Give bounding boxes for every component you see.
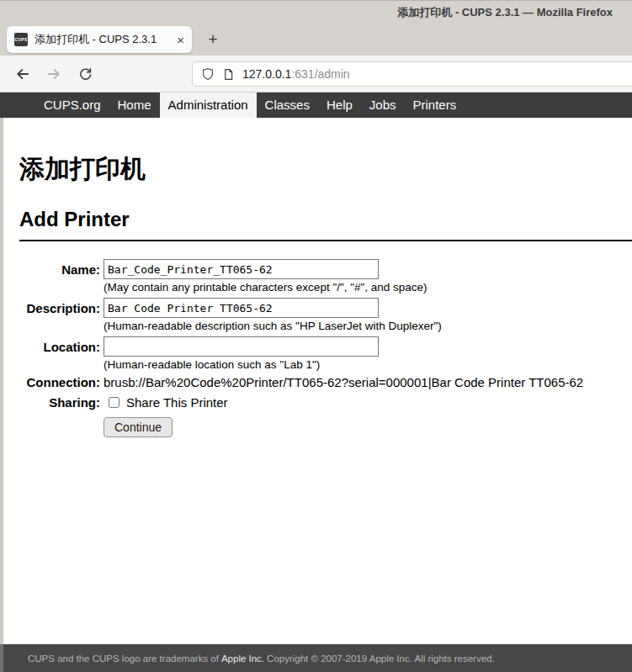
share-printer-label: Share This Printer bbox=[126, 395, 228, 410]
location-input[interactable] bbox=[104, 336, 379, 357]
connection-label: Connection: bbox=[19, 375, 100, 389]
url-host: 127.0.0.1 bbox=[242, 67, 291, 81]
location-label: Location: bbox=[19, 340, 100, 354]
description-hint-row: (Human-readable description such as "HP … bbox=[19, 320, 632, 332]
window-titlebar: 添加打印机 - CUPS 2.3.1 — Mozilla Firefox bbox=[0, 0, 632, 24]
page-title-zh: 添加打印机 bbox=[19, 152, 632, 187]
connection-row: Connection: brusb://Bar%20Code%20Printer… bbox=[19, 375, 632, 389]
tab-close-icon[interactable]: × bbox=[177, 34, 184, 46]
continue-button[interactable]: Continue bbox=[104, 417, 173, 437]
share-printer-checkbox[interactable] bbox=[109, 397, 119, 408]
location-row: Location: bbox=[19, 336, 632, 357]
sharing-label: Sharing: bbox=[19, 395, 100, 410]
footer-text-after: Copyright © 2007-2019 Apple Inc. All rig… bbox=[267, 653, 495, 664]
name-label: Name: bbox=[19, 262, 100, 277]
description-input[interactable] bbox=[104, 298, 379, 318]
cups-navbar: CUPS.org Home Administration Classes Hel… bbox=[0, 93, 632, 118]
name-input[interactable] bbox=[104, 259, 379, 279]
tab-title: 添加打印机 - CUPS 2.3.1 bbox=[35, 32, 172, 47]
nav-item-cups-org[interactable]: CUPS.org bbox=[35, 93, 109, 118]
browser-toolbar: 127.0.0.1:631/admin bbox=[0, 56, 632, 93]
nav-item-jobs[interactable]: Jobs bbox=[361, 93, 405, 118]
url-path: :631/admin bbox=[291, 67, 349, 81]
name-hint-row: (May contain any printable characters ex… bbox=[19, 281, 632, 294]
location-hint-row: (Human-readable location such as "Lab 1"… bbox=[19, 358, 632, 371]
nav-item-administration[interactable]: Administration bbox=[160, 93, 257, 118]
cups-favicon-icon: CUPS bbox=[14, 33, 28, 46]
browser-tab[interactable]: CUPS 添加打印机 - CUPS 2.3.1 × bbox=[7, 26, 192, 53]
continue-row: Continue bbox=[19, 417, 632, 437]
page-title-en: Add Printer bbox=[19, 208, 632, 241]
description-label: Description: bbox=[19, 301, 100, 315]
back-icon[interactable] bbox=[13, 65, 32, 83]
reload-icon[interactable] bbox=[76, 65, 94, 83]
sharing-row: Sharing: Share This Printer bbox=[19, 395, 632, 410]
description-row: Description: bbox=[19, 298, 632, 318]
apple-link[interactable]: Apple Inc. bbox=[221, 653, 264, 664]
name-hint: (May contain any printable characters ex… bbox=[104, 281, 632, 294]
location-hint: (Human-readable location such as "Lab 1"… bbox=[104, 358, 632, 371]
nav-item-home[interactable]: Home bbox=[109, 93, 160, 118]
window-title: 添加打印机 - CUPS 2.3.1 — Mozilla Firefox bbox=[397, 5, 613, 20]
connection-value: brusb://Bar%20Code%20Printer/TT065-62?se… bbox=[104, 375, 632, 389]
nav-item-help[interactable]: Help bbox=[318, 93, 361, 118]
page-info-icon[interactable] bbox=[222, 68, 235, 81]
tab-strip: CUPS 添加打印机 - CUPS 2.3.1 × + bbox=[0, 24, 632, 56]
nav-item-classes[interactable]: Classes bbox=[257, 93, 318, 118]
name-row: Name: bbox=[19, 259, 632, 279]
add-printer-form: Name: (May contain any printable charact… bbox=[19, 259, 632, 437]
page-footer: CUPS and the CUPS logo are trademarks of… bbox=[0, 644, 632, 672]
nav-item-printers[interactable]: Printers bbox=[405, 93, 465, 118]
url-bar[interactable]: 127.0.0.1:631/admin bbox=[192, 61, 632, 87]
shield-icon[interactable] bbox=[201, 67, 215, 81]
description-hint: (Human-readable description such as "HP … bbox=[104, 320, 632, 332]
page-content: 添加打印机 Add Printer Name: (May contain any… bbox=[0, 118, 632, 644]
footer-text-before: CUPS and the CUPS logo are trademarks of bbox=[28, 653, 219, 664]
forward-icon bbox=[45, 65, 63, 83]
new-tab-button[interactable]: + bbox=[202, 29, 224, 50]
